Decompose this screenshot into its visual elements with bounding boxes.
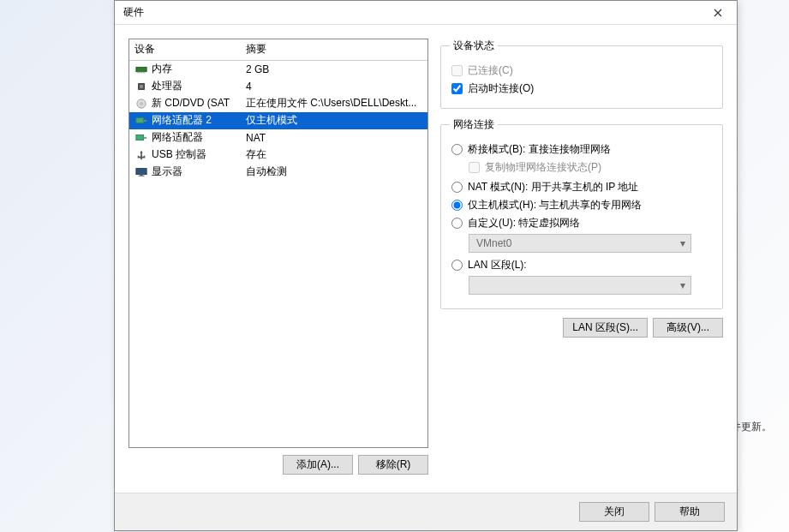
net-icon [134, 115, 148, 127]
device-summary: 自动检测 [246, 164, 422, 179]
svg-rect-6 [145, 71, 146, 73]
svg-rect-4 [141, 71, 142, 73]
memory-icon [134, 63, 148, 75]
connected-checkbox: 已连接(C) [451, 63, 714, 78]
device-name: USB 控制器 [152, 147, 246, 162]
svg-rect-8 [140, 85, 142, 87]
custom-network-select: VMnet0 ▾ [469, 234, 691, 253]
network-connection-legend: 网络连接 [450, 117, 498, 132]
chevron-down-icon: ▾ [680, 237, 685, 249]
dialog-title: 硬件 [123, 5, 699, 20]
nat-input[interactable] [451, 182, 463, 193]
svg-rect-3 [140, 71, 140, 73]
titlebar: 硬件 [115, 1, 737, 25]
replicate-input [469, 162, 480, 173]
device-status-legend: 设备状态 [450, 39, 498, 53]
close-dialog-button[interactable]: 关闭 [579, 502, 649, 522]
bridged-radio[interactable]: 桥接模式(B): 直接连接物理网络 [451, 142, 714, 157]
connected-input [451, 65, 463, 76]
hardware-dialog: 硬件 设备 摘要 内存2 GB处理器4新 CD/DVD (SAT正在使用文件 C… [114, 0, 738, 531]
replicate-label: 复制物理网络连接状态(P) [485, 160, 601, 175]
device-summary: 4 [246, 81, 422, 93]
svg-point-10 [140, 102, 143, 105]
device-status-group: 设备状态 已连接(C) 启动时连接(O) [440, 39, 723, 109]
svg-rect-1 [137, 71, 138, 73]
dialog-footer: 关闭 帮助 [115, 493, 737, 530]
device-list[interactable]: 设备 摘要 内存2 GB处理器4新 CD/DVD (SAT正在使用文件 C:\U… [129, 39, 428, 448]
device-summary: 仅主机模式 [246, 113, 422, 128]
connect-on-power-input[interactable] [451, 83, 463, 94]
lan-segment-radio[interactable]: LAN 区段(L): [451, 258, 714, 272]
svg-rect-12 [144, 120, 147, 122]
device-summary: 存在 [246, 147, 422, 162]
column-headers: 设备 摘要 [129, 39, 427, 61]
usb-icon [134, 149, 148, 161]
svg-rect-16 [140, 174, 143, 175]
custom-radio[interactable]: 自定义(U): 特定虚拟网络 [451, 216, 714, 230]
chevron-down-icon: ▾ [680, 279, 685, 291]
device-row[interactable]: 新 CD/DVD (SAT正在使用文件 C:\Users\DELL\Deskt.… [129, 95, 427, 112]
device-row[interactable]: 内存2 GB [129, 61, 427, 78]
device-name: 显示器 [152, 164, 246, 179]
display-icon [134, 166, 148, 178]
advanced-button[interactable]: 高级(V)... [653, 318, 723, 338]
close-button[interactable] [699, 1, 737, 25]
cd-icon [134, 98, 148, 110]
lan-segment-label: LAN 区段(L): [468, 258, 527, 272]
custom-network-value: VMnet0 [476, 237, 511, 249]
help-button[interactable]: 帮助 [655, 502, 725, 522]
network-connection-group: 网络连接 桥接模式(B): 直接连接物理网络 复制物理网络连接状态(P) NAT… [440, 117, 723, 309]
lan-segment-select: ▾ [469, 276, 691, 295]
bridged-label: 桥接模式(B): 直接连接物理网络 [468, 142, 611, 157]
device-row[interactable]: 网络适配器NAT [129, 129, 427, 146]
connected-label: 已连接(C) [468, 63, 513, 78]
col-summary: 摘要 [246, 42, 422, 57]
lan-segments-button[interactable]: LAN 区段(S)... [563, 318, 648, 338]
svg-rect-2 [139, 71, 140, 73]
connect-on-power-label: 启动时连接(O) [468, 81, 534, 96]
device-name: 处理器 [152, 79, 246, 93]
bridged-input[interactable] [451, 144, 463, 155]
svg-rect-13 [136, 134, 144, 140]
svg-rect-0 [136, 67, 146, 71]
hostonly-label: 仅主机模式(H): 与主机共享的专用网络 [468, 198, 642, 212]
hostonly-input[interactable] [451, 200, 463, 211]
custom-input[interactable] [451, 218, 463, 229]
device-row[interactable]: USB 控制器存在 [129, 146, 427, 164]
svg-rect-17 [139, 175, 145, 176]
device-name: 内存 [152, 62, 246, 76]
remove-button[interactable]: 移除(R) [358, 455, 428, 475]
svg-rect-15 [136, 168, 146, 174]
device-summary: 正在使用文件 C:\Users\DELL\Deskt... [246, 96, 422, 111]
device-row[interactable]: 处理器4 [129, 78, 427, 95]
net-icon [134, 132, 148, 144]
replicate-checkbox: 复制物理网络连接状态(P) [469, 160, 714, 175]
lan-segment-input[interactable] [451, 260, 463, 271]
svg-rect-5 [143, 71, 144, 73]
device-row[interactable]: 显示器自动检测 [129, 164, 427, 181]
device-row[interactable]: 网络适配器 2仅主机模式 [129, 112, 427, 129]
device-name: 新 CD/DVD (SAT [152, 96, 246, 111]
svg-rect-11 [136, 117, 144, 123]
nat-label: NAT 模式(N): 用于共享主机的 IP 地址 [468, 180, 638, 194]
add-button[interactable]: 添加(A)... [283, 455, 353, 475]
nat-radio[interactable]: NAT 模式(N): 用于共享主机的 IP 地址 [451, 180, 714, 194]
col-device: 设备 [134, 42, 246, 57]
device-name: 网络适配器 [152, 130, 246, 145]
connect-on-power-checkbox[interactable]: 启动时连接(O) [451, 81, 714, 96]
device-name: 网络适配器 2 [152, 113, 246, 128]
custom-label: 自定义(U): 特定虚拟网络 [468, 216, 580, 230]
cpu-icon [134, 81, 148, 93]
device-summary: 2 GB [246, 63, 422, 75]
device-summary: NAT [246, 132, 422, 144]
hostonly-radio[interactable]: 仅主机模式(H): 与主机共享的专用网络 [451, 198, 714, 212]
svg-rect-14 [144, 137, 147, 139]
